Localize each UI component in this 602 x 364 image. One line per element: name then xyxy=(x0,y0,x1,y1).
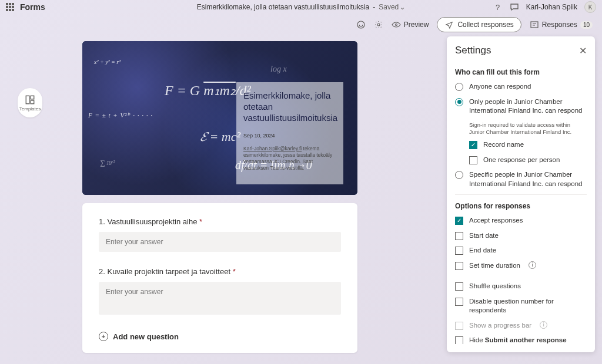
answer-input-2[interactable] xyxy=(99,282,341,315)
checkbox-icon xyxy=(469,156,477,164)
collect-label: Collect responses xyxy=(457,21,513,29)
check-label: One response per person xyxy=(483,156,560,165)
check-label: Set time duration xyxy=(469,261,520,271)
form-title-card: Esimerkkilomake, jolla otetaan vastuulli… xyxy=(236,82,343,184)
question-1[interactable]: 1. Vastuullisuusprojektin aihe * xyxy=(99,217,341,252)
checkbox-icon xyxy=(455,232,463,240)
org-signin-note: Sign-in required to validate access with… xyxy=(469,122,587,136)
responses-count-badge: 10 xyxy=(580,21,593,29)
add-question-label: Add new question xyxy=(113,332,179,341)
form-body: 1. Vastuullisuusprojektin aihe * 2. Kuva… xyxy=(82,203,357,353)
templates-button[interactable]: Templates xyxy=(18,88,42,117)
check-label: End date xyxy=(469,246,496,255)
form-date: Sep 10, 2024 xyxy=(243,133,336,139)
radio-anyone[interactable]: Anyone can respond xyxy=(455,82,587,92)
form-title[interactable]: Esimerkkilomake, jolla otetaan vastuulli… xyxy=(243,90,336,123)
required-mark: * xyxy=(233,267,236,276)
app-name: Forms xyxy=(20,2,45,12)
who-can-fill-title: Who can fill out this form xyxy=(455,68,587,76)
responses-icon xyxy=(530,20,539,29)
check-disable-qnum[interactable]: Disable question number for respondents xyxy=(455,297,587,315)
collect-responses-button[interactable]: Collect responses xyxy=(437,17,521,32)
radio-label: Anyone can respond xyxy=(469,82,531,92)
check-accept-responses[interactable]: Accept responses xyxy=(455,216,587,225)
check-label: Hide Submit another response xyxy=(469,336,567,344)
settings-panel: Settings ✕ Who can fill out this form An… xyxy=(447,36,595,352)
help-icon[interactable]: ? xyxy=(493,2,503,12)
user-name: Karl-Johan Spiik xyxy=(526,3,577,11)
svg-rect-6 xyxy=(31,100,34,104)
check-record-name[interactable]: Record name xyxy=(469,140,587,150)
preview-button[interactable]: Preview xyxy=(392,20,429,29)
templates-label: Templates xyxy=(19,106,41,112)
document-title[interactable]: Esimerkkilomake, jolla otetaan vastuulli… xyxy=(197,3,369,11)
question-number: 1. xyxy=(99,217,105,226)
check-progress-bar[interactable]: Show a progress bar i xyxy=(455,321,587,331)
checkbox-icon xyxy=(455,322,463,330)
radio-label: Specific people in Junior Chamber Intern… xyxy=(469,170,587,188)
checkbox-icon xyxy=(455,282,463,291)
check-label: Start date xyxy=(469,231,499,241)
checkbox-icon xyxy=(455,298,463,306)
checkbox-icon xyxy=(455,247,463,255)
radio-icon xyxy=(455,171,463,179)
responses-button[interactable]: Responses 10 xyxy=(530,20,593,29)
send-icon xyxy=(444,20,454,29)
check-shuffle[interactable]: Shuffle questions xyxy=(455,282,587,291)
close-icon[interactable]: ✕ xyxy=(579,45,587,56)
svg-point-1 xyxy=(377,23,380,26)
document-title-dash: - xyxy=(373,3,375,11)
radio-icon xyxy=(455,83,463,91)
templates-icon xyxy=(25,95,35,105)
options-title: Options for responses xyxy=(455,202,587,210)
check-label: Shuffle questions xyxy=(469,282,521,291)
chat-icon[interactable] xyxy=(510,2,519,12)
svg-point-2 xyxy=(395,24,397,26)
answer-input-1[interactable] xyxy=(99,232,341,252)
settings-title: Settings xyxy=(455,45,491,56)
checkbox-icon xyxy=(455,262,463,270)
question-label: Kuvaile projektin tarpeet ja tavoitteet xyxy=(107,267,230,276)
radio-icon xyxy=(455,98,463,106)
check-hide-submit-another[interactable]: Hide Submit another response xyxy=(455,336,587,344)
info-icon[interactable]: i xyxy=(529,261,536,269)
form-description: Karl-Johan.Spiik@karley.fi tekemä esimer… xyxy=(243,146,336,171)
gear-icon[interactable] xyxy=(374,20,383,29)
checkbox-icon xyxy=(469,141,477,149)
plus-icon: + xyxy=(99,332,108,341)
svg-rect-4 xyxy=(26,96,29,104)
radio-label: Only people in Junior Chamber Internatio… xyxy=(469,97,587,116)
style-icon[interactable] xyxy=(356,20,366,29)
info-icon[interactable]: i xyxy=(540,321,547,329)
form-header-image[interactable]: F = G m₁m₂/d² F = ± t + V²ᵇ · · · · · 𝓔 … xyxy=(82,41,357,195)
check-label: Accept responses xyxy=(469,216,523,225)
radio-org-only[interactable]: Only people in Junior Chamber Internatio… xyxy=(455,97,587,116)
checkbox-icon xyxy=(455,217,463,225)
app-launcher-icon[interactable] xyxy=(6,3,14,11)
check-end-date[interactable]: End date xyxy=(455,246,587,255)
add-question-button[interactable]: + Add new question xyxy=(99,332,341,341)
check-label: Disable question number for respondents xyxy=(469,297,587,315)
required-mark: * xyxy=(199,217,202,226)
avatar[interactable]: K xyxy=(584,1,596,13)
svg-rect-3 xyxy=(531,22,538,28)
question-label: Vastuullisuusprojektin aihe xyxy=(107,217,197,226)
question-number: 2. xyxy=(99,267,105,276)
document-status[interactable]: Saved xyxy=(379,3,405,11)
radio-specific-people[interactable]: Specific people in Junior Chamber Intern… xyxy=(455,170,587,188)
question-2[interactable]: 2. Kuvaile projektin tarpeet ja tavoitte… xyxy=(99,267,341,316)
responses-label: Responses xyxy=(542,21,577,29)
svg-rect-5 xyxy=(31,96,34,99)
check-one-per-person[interactable]: One response per person xyxy=(469,156,587,165)
check-set-time[interactable]: Set time duration i xyxy=(455,261,587,271)
check-label: Record name xyxy=(483,140,524,150)
check-label: Show a progress bar xyxy=(469,321,531,331)
svg-point-0 xyxy=(357,21,364,28)
preview-label: Preview xyxy=(404,21,429,29)
eye-icon xyxy=(392,20,401,29)
checkbox-icon xyxy=(455,336,463,344)
check-start-date[interactable]: Start date xyxy=(455,231,587,241)
